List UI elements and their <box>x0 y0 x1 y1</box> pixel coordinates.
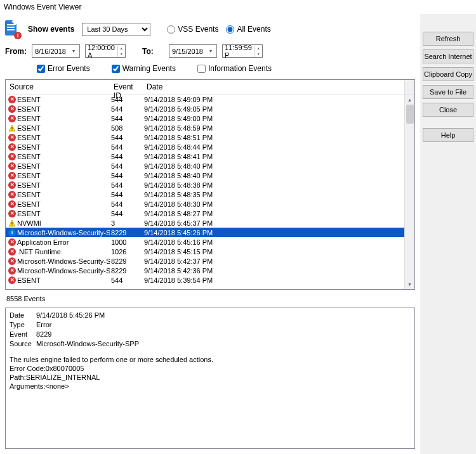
table-row[interactable]: ✕ESENT5449/14/2018 5:39:54 PM <box>6 275 404 285</box>
cell-event-id: 8229 <box>110 257 143 265</box>
refresh-button[interactable]: Refresh <box>423 32 473 46</box>
cell-source: ESENT <box>17 162 41 170</box>
scroll-up-icon[interactable]: ▲ <box>405 94 414 105</box>
table-row[interactable]: iMicrosoft-Windows-Security-SPP82299/14/… <box>6 228 404 237</box>
spinner-down-icon[interactable]: ▼ <box>118 51 126 57</box>
cell-source: ESENT <box>17 134 41 141</box>
cell-source: ESENT <box>17 172 41 179</box>
help-button[interactable]: Help <box>423 128 473 142</box>
to-date-field[interactable]: 9/15/2018 ▾ <box>169 44 217 58</box>
vss-events-radio[interactable]: VSS Events <box>167 25 218 34</box>
svg-rect-4 <box>11 222 12 224</box>
save-to-file-button[interactable]: Save to File <box>423 85 473 99</box>
table-row[interactable]: ✕Microsoft-Windows-Security-SPP82299/14/… <box>6 256 404 266</box>
error-icon: ✕ <box>8 267 16 275</box>
cell-date: 9/14/2018 5:48:51 PM <box>143 134 404 141</box>
error-icon: ✕ <box>8 143 16 151</box>
table-row[interactable]: ✕Application Error10009/14/2018 5:45:16 … <box>6 237 404 247</box>
cell-source: ESENT <box>17 115 41 122</box>
cell-date: 9/14/2018 5:48:30 PM <box>143 200 404 208</box>
spinner-down-icon[interactable]: ▼ <box>255 51 262 57</box>
error-events-checkbox[interactable]: Error Events <box>37 64 90 73</box>
cell-event-id: 544 <box>110 162 143 170</box>
scroll-down-icon[interactable]: ▼ <box>405 279 414 289</box>
cell-date: 9/14/2018 5:45:15 PM <box>143 248 404 256</box>
vertical-scrollbar[interactable]: ▲ ▼ <box>404 94 414 289</box>
side-button-panel: Refresh Search Internet Clipboard Copy S… <box>420 14 476 454</box>
cell-event-id: 544 <box>110 172 143 179</box>
spinner-up-icon[interactable]: ▲ <box>118 46 126 51</box>
cell-event-id: 544 <box>110 181 143 189</box>
search-internet-button[interactable]: Search Internet <box>423 49 473 63</box>
chevron-down-icon[interactable]: ▾ <box>69 45 78 57</box>
cell-event-id: 544 <box>110 143 143 151</box>
cell-source: ESENT <box>17 153 41 160</box>
table-row[interactable]: ✕ESENT5449/14/2018 5:48:40 PM <box>6 161 404 171</box>
cell-date: 9/14/2018 5:49:00 PM <box>143 115 404 122</box>
close-button[interactable]: Close <box>423 103 473 117</box>
grid-header[interactable]: Source Event ID Date <box>6 80 414 94</box>
table-row[interactable]: ESENT5089/14/2018 5:48:59 PM <box>6 123 404 133</box>
svg-rect-2 <box>11 129 12 130</box>
cell-source: ESENT <box>17 210 41 217</box>
event-details: Date9/14/2018 5:45:26 PM TypeError Event… <box>5 308 415 449</box>
event-grid[interactable]: Source Event ID Date ✕ESENT5449/14/2018 … <box>5 79 415 290</box>
col-header-source[interactable]: Source <box>6 80 110 94</box>
table-row[interactable]: ✕ESENT5449/14/2018 5:48:35 PM <box>6 190 404 199</box>
table-row[interactable]: ✕.NET Runtime10269/14/2018 5:45:15 PM <box>6 247 404 256</box>
table-row[interactable]: ✕ESENT5449/14/2018 5:48:30 PM <box>6 199 404 209</box>
table-row[interactable]: ✕ESENT5449/14/2018 5:48:44 PM <box>6 142 404 152</box>
cell-source: ESENT <box>17 200 41 208</box>
cell-date: 9/14/2018 5:48:44 PM <box>143 143 404 151</box>
cell-event-id: 544 <box>110 153 143 160</box>
cell-date: 9/14/2018 5:42:37 PM <box>143 257 404 265</box>
error-icon: ✕ <box>8 153 16 160</box>
chevron-down-icon[interactable]: ▾ <box>206 45 215 57</box>
table-row[interactable]: NVWMI39/14/2018 5:45:37 PM <box>6 218 404 228</box>
col-header-date[interactable]: Date <box>143 80 404 94</box>
cell-date: 9/14/2018 5:48:41 PM <box>143 153 404 160</box>
range-select[interactable]: Last 30 Days <box>82 23 150 36</box>
scrollbar-thumb[interactable] <box>406 105 414 124</box>
status-event-count: 8558 Events <box>5 294 415 304</box>
table-row[interactable]: ✕ESENT5449/14/2018 5:49:09 PM <box>6 94 404 104</box>
warning-events-checkbox[interactable]: Warning Events <box>112 64 176 73</box>
table-row[interactable]: ✕ESENT5449/14/2018 5:49:00 PM <box>6 114 404 123</box>
error-icon: ✕ <box>8 172 16 179</box>
cell-event-id: 544 <box>110 96 143 103</box>
table-row[interactable]: ✕ESENT5449/14/2018 5:48:41 PM <box>6 152 404 161</box>
table-row[interactable]: ✕ESENT5449/14/2018 5:48:27 PM <box>6 209 404 218</box>
cell-source: .NET Runtime <box>17 248 61 256</box>
cell-source: ESENT <box>17 143 41 151</box>
cell-event-id: 544 <box>110 276 143 284</box>
cell-event-id: 1000 <box>110 238 143 246</box>
from-time-field[interactable]: 12:00:00 A ▲▼ <box>85 44 126 58</box>
to-time-field[interactable]: 11:59:59 P ▲▼ <box>222 44 263 58</box>
cell-date: 9/14/2018 5:42:36 PM <box>143 267 404 275</box>
all-events-radio[interactable]: All Events <box>226 25 270 34</box>
cell-source: Microsoft-Windows-Security-SPP <box>17 257 110 265</box>
table-row[interactable]: ✕ESENT5449/14/2018 5:49:05 PM <box>6 104 404 114</box>
table-row[interactable]: ✕ESENT5449/14/2018 5:48:51 PM <box>6 133 404 142</box>
cell-event-id: 1026 <box>110 248 143 256</box>
table-row[interactable]: ✕ESENT5449/14/2018 5:48:38 PM <box>6 180 404 190</box>
cell-event-id: 544 <box>110 210 143 217</box>
table-row[interactable]: ✕Microsoft-Windows-Security-SPP82299/14/… <box>6 266 404 275</box>
information-events-checkbox[interactable]: Information Events <box>197 64 272 73</box>
error-icon: ✕ <box>8 105 16 113</box>
error-icon: ✕ <box>8 238 16 246</box>
error-icon: ✕ <box>8 191 16 198</box>
spinner-up-icon[interactable]: ▲ <box>255 46 262 51</box>
cell-date: 9/14/2018 5:39:54 PM <box>143 276 404 284</box>
from-date-field[interactable]: 8/16/2018 ▾ <box>32 44 80 58</box>
error-icon: ✕ <box>8 115 16 122</box>
col-header-event-id[interactable]: Event ID <box>110 80 143 94</box>
clipboard-copy-button[interactable]: Clipboard Copy <box>423 67 473 81</box>
cell-source: ESENT <box>17 96 41 103</box>
error-icon: ✕ <box>8 134 16 141</box>
to-label: To: <box>142 47 164 56</box>
cell-date: 9/14/2018 5:48:38 PM <box>143 181 404 189</box>
cell-event-id: 8229 <box>110 229 143 237</box>
cell-source: Microsoft-Windows-Security-SPP <box>17 267 110 275</box>
table-row[interactable]: ✕ESENT5449/14/2018 5:48:40 PM <box>6 171 404 180</box>
